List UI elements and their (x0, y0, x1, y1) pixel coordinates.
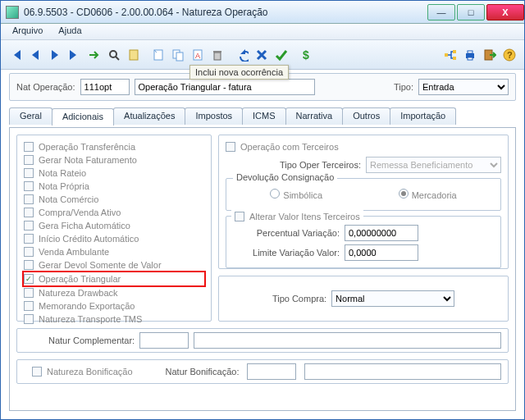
search-icon[interactable] (105, 46, 123, 64)
terceiros-group: Operação com Terceiros Tipo Oper Terceir… (218, 135, 509, 269)
help-icon[interactable]: ? (500, 46, 518, 64)
tab-atualizacoes[interactable]: Atualizações (113, 107, 185, 125)
tab-importacao[interactable]: Importação (390, 107, 456, 125)
natur-complementar-desc[interactable] (194, 332, 501, 349)
window: 06.9.5503 - CD0606 - 2.00.00.064 - Natur… (0, 0, 525, 420)
tipo-oper-terceiros-label: Tipo Oper Terceiros: (226, 160, 361, 170)
tipo-select[interactable]: Entrada (418, 79, 509, 95)
svg-text:$: $ (303, 48, 309, 62)
tab-geral[interactable]: Geral (9, 107, 52, 125)
tab-narrativa[interactable]: Narrativa (285, 107, 344, 125)
percentual-variacao-label: Percentual Variação: (233, 228, 340, 238)
cancel-icon[interactable] (253, 46, 271, 64)
tipo-label: Tipo: (394, 82, 413, 92)
tab-strip: Geral Adicionais Atualizações Impostos I… (9, 107, 516, 125)
svg-text:?: ? (507, 50, 513, 60)
menu-arquivo[interactable]: Arquivo (6, 24, 49, 37)
prev-icon[interactable] (26, 46, 44, 64)
print-icon[interactable] (461, 46, 479, 64)
natur-complementar-group: Natur Complementar: (16, 328, 509, 353)
new-icon[interactable] (149, 46, 167, 64)
svg-text:A: A (195, 52, 200, 60)
nat-operacao-desc[interactable] (135, 79, 315, 95)
chk-natureza-drawback[interactable]: Natureza Drawback (24, 286, 204, 299)
natur-bonificacao-group: Natureza Bonificação Natur Bonificação: (16, 359, 509, 384)
chk-inicio-credito-automatico[interactable]: Início Crédito Automático (24, 232, 204, 245)
devolucao-title: Devolução Consignação (233, 172, 337, 182)
nat-operacao-label: Nat Operação: (16, 82, 75, 92)
menu-ajuda[interactable]: Ajuda (52, 24, 88, 37)
svg-rect-12 (453, 57, 456, 60)
tab-body: Operação Transferência Gerar Nota Fatura… (9, 127, 516, 411)
chk-nota-comercio[interactable]: Nota Comércio (24, 193, 204, 206)
chk-gerar-devol-somente-valor[interactable]: Gerar Devol Somente de Valor (24, 258, 204, 272)
chk-operacao-com-terceiros[interactable]: Operação com Terceiros (226, 140, 501, 153)
svg-rect-7 (214, 52, 221, 60)
window-buttons: — □ X (426, 4, 524, 21)
svg-rect-11 (453, 50, 456, 53)
tab-adicionais[interactable]: Adicionais (52, 108, 114, 126)
edit-icon[interactable]: A (189, 46, 207, 64)
goto-icon[interactable] (85, 46, 103, 64)
toolbar: A $ ? Inclui nova ocorrência (1, 40, 524, 70)
svg-rect-14 (468, 51, 472, 53)
chk-alterar-valor-itens-terceiros[interactable]: Alterar Valor Itens Terceiros (231, 210, 363, 223)
tab-outros[interactable]: Outros (342, 107, 390, 125)
limite-variacao-input[interactable] (345, 244, 418, 261)
undo-icon[interactable] (233, 46, 251, 64)
maximize-button[interactable]: □ (457, 4, 485, 21)
window-title: 06.9.5503 - CD0606 - 2.00.00.064 - Natur… (24, 7, 426, 18)
money-icon[interactable]: $ (297, 46, 315, 64)
limite-variacao-label: Limite Variação Valor: (233, 248, 340, 258)
svg-rect-8 (213, 51, 221, 52)
svg-point-0 (110, 51, 116, 57)
copy-icon[interactable] (169, 46, 187, 64)
nat-operacao-code[interactable] (80, 79, 130, 95)
delete-icon[interactable] (208, 46, 226, 64)
first-icon[interactable] (7, 46, 25, 64)
menu-bar: Arquivo Ajuda (1, 24, 524, 40)
tab-icms[interactable]: ICMS (242, 107, 286, 125)
svg-rect-15 (468, 57, 472, 60)
close-button[interactable]: X (486, 4, 524, 21)
next-icon[interactable] (46, 46, 64, 64)
confirm-icon[interactable] (272, 46, 290, 64)
tipo-compra-select[interactable]: Normal (331, 290, 454, 307)
content-area: Nat Operação: Tipo: Entrada Geral Adicio… (9, 73, 516, 411)
chk-memorando-exportacao[interactable]: Memorando Exportação (24, 299, 204, 313)
chk-venda-ambulante[interactable]: Venda Ambulante (24, 245, 204, 258)
svg-rect-1 (130, 50, 138, 60)
chk-natureza-bonificacao[interactable]: Natureza Bonificação (32, 365, 133, 378)
minimize-button[interactable]: — (427, 4, 455, 21)
natur-bonificacao-code[interactable] (247, 363, 296, 380)
chk-operacao-triangular[interactable]: ✓Operação Triangular (24, 272, 204, 285)
natur-bonificacao-label: Natur Bonificação: (166, 367, 240, 377)
chk-gera-ficha-automatico[interactable]: Gera Ficha Automático (24, 219, 204, 232)
svg-rect-4 (176, 52, 183, 61)
alterar-valor-group: Alterar Valor Itens Terceiros Percentual… (226, 216, 501, 268)
notes-icon[interactable] (125, 46, 143, 64)
tipo-compra-group: Tipo Compra: Normal (218, 276, 509, 322)
chk-op-transferencia[interactable]: Operação Transferência (24, 140, 204, 153)
left-checkbox-group: Operação Transferência Gerar Nota Fatura… (16, 135, 212, 322)
exit-icon[interactable] (481, 46, 499, 64)
radio-mercadoria: Mercadoria (399, 189, 457, 200)
tipo-oper-terceiros-select: Remessa Beneficiamento (366, 157, 501, 173)
svg-rect-10 (445, 53, 448, 57)
tipo-compra-label: Tipo Compra: (272, 294, 326, 304)
toolbar-tooltip: Inclui nova ocorrência (189, 65, 289, 80)
chk-nota-rateio[interactable]: Nota Rateio (24, 167, 204, 180)
percentual-variacao-input[interactable] (345, 225, 418, 241)
natur-complementar-label: Natur Complementar: (48, 336, 135, 345)
chk-natureza-transporte-tms[interactable]: Natureza Transporte TMS (24, 313, 204, 326)
relations-icon[interactable] (441, 46, 459, 64)
chk-gerar-nota-faturamento[interactable]: Gerar Nota Faturamento (24, 153, 204, 167)
natur-bonificacao-desc[interactable] (304, 363, 501, 380)
last-icon[interactable] (66, 46, 84, 64)
chk-nota-propria[interactable]: Nota Própria (24, 180, 204, 193)
app-icon (6, 6, 19, 19)
tab-impostos[interactable]: Impostos (185, 107, 243, 125)
chk-compra-venda-ativo[interactable]: Compra/Venda Ativo (24, 206, 204, 219)
titlebar: 06.9.5503 - CD0606 - 2.00.00.064 - Natur… (1, 1, 524, 24)
natur-complementar-code[interactable] (139, 332, 189, 349)
